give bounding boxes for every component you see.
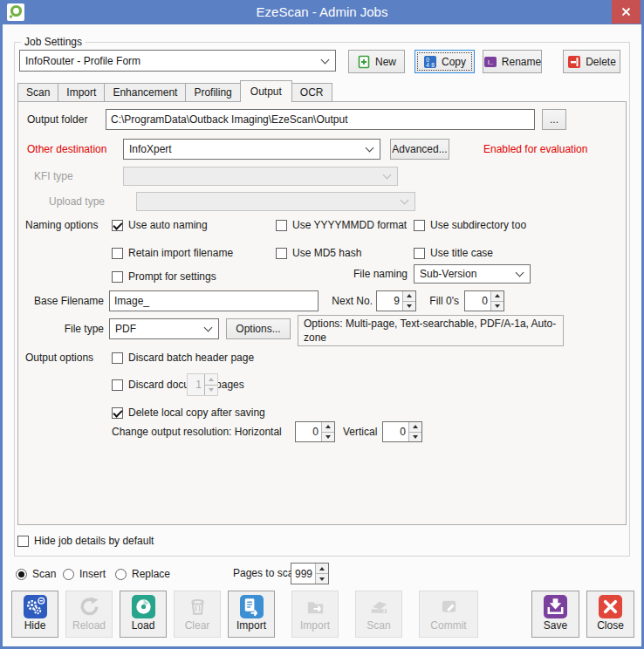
discard-pages-count-spinner: 1 — [187, 373, 218, 396]
base-filename-input[interactable]: Image_ — [109, 290, 319, 311]
file-type-options-button[interactable]: Options... — [226, 318, 291, 339]
checkbox-label: Use auto naming — [128, 219, 208, 231]
load-button-label: Load — [132, 619, 155, 632]
spin-down-button[interactable] — [491, 302, 504, 311]
checkbox-prompt-for-settings[interactable]: Prompt for settings — [112, 270, 216, 284]
checkbox-use-md5-hash[interactable]: Use MD5 hash — [276, 246, 361, 260]
checkbox-discard-batch-header-page[interactable]: Discard batch header page — [112, 351, 254, 365]
load-button[interactable]: Load — [120, 591, 167, 638]
scan-button: Scan — [355, 591, 402, 638]
radio-replace-mode[interactable]: Replace — [115, 567, 170, 581]
browse-ellipsis-label: ... — [550, 113, 558, 126]
next-no-spinner[interactable]: 9 — [376, 290, 416, 311]
radio-circle — [115, 569, 127, 580]
rename-job-icon: I.. — [483, 55, 497, 69]
copy-job-button[interactable]: 048 Copy — [414, 50, 475, 73]
resolution-vertical-spinner[interactable]: 0 — [382, 421, 422, 442]
new-job-label: New — [375, 56, 396, 68]
file-naming-combobox[interactable]: Sub-Version — [414, 264, 531, 284]
scanner-icon — [367, 595, 391, 618]
checkbox-box — [112, 271, 123, 283]
tab-import[interactable]: Import — [58, 83, 105, 102]
commit-button: Commit — [419, 591, 478, 638]
naming-options-label: Naming options — [25, 219, 98, 231]
spin-up-button[interactable] — [491, 291, 504, 302]
checkbox-box — [276, 248, 287, 259]
file-type-combobox[interactable]: PDF — [109, 318, 219, 339]
close-x-icon — [599, 595, 622, 618]
chevron-down-icon — [383, 171, 392, 180]
tab-profiling[interactable]: Profiling — [185, 83, 240, 102]
checkbox-box — [112, 248, 123, 259]
new-job-icon — [357, 55, 371, 69]
tab-ocr[interactable]: OCR — [291, 83, 332, 102]
resolution-horizontal-value: 0 — [296, 422, 321, 441]
spin-up-button[interactable] — [322, 422, 334, 433]
job-settings-group-label: Job Settings — [21, 36, 86, 48]
spin-up-button[interactable] — [316, 564, 328, 574]
close-button[interactable]: Close — [586, 591, 634, 638]
spin-up-button[interactable] — [403, 291, 415, 302]
import-button[interactable]: Import — [228, 591, 275, 638]
pages-to-scan-value: 999 — [291, 564, 315, 584]
load-disc-icon — [132, 595, 155, 618]
checkbox-use-yyyymmdd-format[interactable]: Use YYYYMMDD format — [276, 218, 407, 232]
save-button[interactable]: Save — [531, 591, 579, 638]
checkbox-box — [112, 220, 123, 231]
radio-scan-mode[interactable]: Scan — [16, 567, 56, 581]
rename-job-button[interactable]: I.. Rename — [483, 50, 542, 73]
evaluation-note: Enabled for evaluation — [483, 139, 587, 160]
clear-button: Clear — [174, 591, 221, 638]
output-folder-input[interactable]: C:\ProgramData\Outback Imaging\EzeScan\O… — [106, 109, 535, 130]
fill-zeros-label: Fill 0's — [420, 290, 459, 311]
hide-button[interactable]: Hide — [11, 591, 58, 638]
checkbox-discard-document-pages[interactable]: Discard document pages — [112, 378, 244, 392]
tab-output[interactable]: Output — [240, 80, 292, 102]
checkbox-label: Delete local copy after saving — [128, 406, 265, 419]
delete-job-label: Delete — [586, 56, 616, 68]
svg-text:4: 4 — [426, 62, 429, 68]
discard-pages-count-value: 1 — [188, 374, 204, 395]
resolution-horizontal-spinner[interactable]: 0 — [295, 421, 335, 442]
checkbox-box — [112, 352, 123, 364]
output-tab-page: Output folder C:\ProgramData\Outback Ima… — [17, 101, 627, 525]
checkbox-use-auto-naming[interactable]: Use auto naming — [112, 218, 208, 232]
tab-scan[interactable]: Scan — [17, 83, 58, 102]
output-folder-label: Output folder — [27, 109, 87, 130]
checkbox-use-subdirectory-too[interactable]: Use subdirectory too — [414, 218, 526, 232]
checkbox-use-title-case[interactable]: Use title case — [414, 246, 493, 260]
other-destination-label: Other destination — [27, 139, 106, 160]
fill-zeros-value: 0 — [465, 291, 490, 311]
job-select-combobox[interactable]: InfoRouter - Profile Form — [19, 50, 336, 72]
fill-zeros-spinner[interactable]: 0 — [464, 290, 504, 311]
save-icon — [544, 595, 567, 618]
chevron-down-icon — [366, 144, 374, 153]
delete-job-button[interactable]: Delete — [563, 50, 620, 73]
pages-to-scan-spinner[interactable]: 999 — [291, 563, 329, 584]
upload-type-combobox — [136, 192, 415, 211]
spin-down-button[interactable] — [316, 574, 328, 584]
spin-down-button[interactable] — [403, 302, 415, 311]
spin-up-button[interactable] — [409, 422, 421, 433]
output-options-label: Output options — [25, 352, 93, 364]
advanced-label: Advanced... — [392, 143, 447, 155]
chevron-down-icon — [321, 55, 330, 64]
checkbox-delete-local-copy-after-saving[interactable]: Delete local copy after saving — [112, 406, 265, 420]
tab-enhancement[interactable]: Enhancement — [104, 83, 186, 102]
window-close-button[interactable] — [612, 0, 641, 24]
browse-output-folder-button[interactable]: ... — [542, 109, 566, 130]
copy-job-icon: 048 — [423, 55, 437, 69]
radio-insert-mode[interactable]: Insert — [63, 567, 106, 581]
checkbox-box — [112, 407, 123, 419]
advanced-button[interactable]: Advanced... — [390, 139, 449, 160]
checkbox-box — [17, 536, 29, 547]
other-destination-combobox[interactable]: InfoXpert — [123, 139, 380, 160]
checkbox-box — [414, 220, 425, 231]
new-job-button[interactable]: New — [348, 50, 405, 73]
clear-button-label: Clear — [185, 619, 210, 632]
spin-down-button[interactable] — [322, 433, 334, 442]
radio-label: Insert — [79, 568, 106, 580]
checkbox-retain-import-filename[interactable]: Retain import filename — [112, 246, 233, 260]
spin-down-button[interactable] — [409, 433, 421, 442]
checkbox-hide-job-details-by-default[interactable]: Hide job details by default — [17, 534, 154, 548]
